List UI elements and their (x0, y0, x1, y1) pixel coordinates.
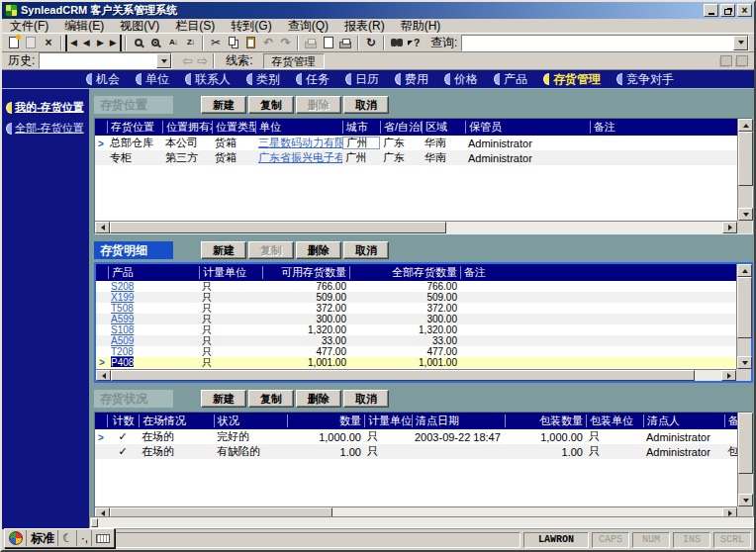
details-cancel-button[interactable]: 取消 (343, 241, 389, 259)
column-header[interactable]: 备注 (460, 266, 736, 279)
table-row[interactable]: A599 只 300.00 300.00 (96, 314, 751, 324)
locations-copy-button[interactable]: 复制 (248, 96, 294, 114)
scroll-right-button[interactable] (722, 222, 737, 233)
menu-report[interactable]: 报表(R) (336, 19, 393, 34)
menu-view[interactable]: 视图(V) (112, 19, 167, 34)
tab-calendar[interactable]: 日历 (345, 71, 379, 88)
forward-button[interactable]: ⇨ (197, 53, 208, 68)
scroll-left-button[interactable] (96, 370, 111, 381)
tab-competitor[interactable]: 竞争对手 (616, 71, 674, 88)
paste-button[interactable] (242, 35, 260, 51)
column-header[interactable]: 产品 (108, 266, 199, 279)
column-header[interactable]: 包装数量 (505, 414, 586, 427)
menu-query[interactable]: 查询(Q) (280, 19, 336, 34)
sort-desc-button[interactable]: Z↓ (182, 35, 200, 51)
table-row[interactable]: T208 只 477.00 477.00 (96, 346, 751, 357)
tab-opportunity[interactable]: 机会 (86, 71, 120, 88)
horizontal-scrollbar[interactable] (96, 369, 736, 381)
company-link[interactable]: 三星数码动力有限公司 (255, 136, 342, 150)
scroll-thumb[interactable] (91, 518, 98, 527)
sidebar-item-my-locations[interactable]: 我的-存货位置 (2, 97, 89, 118)
redo-button[interactable]: ↷ (277, 35, 295, 51)
help-button[interactable]: ? (405, 35, 423, 51)
product-link[interactable]: T208 (108, 346, 199, 357)
scroll-thumb[interactable] (111, 370, 695, 381)
product-link[interactable]: S108 (108, 324, 199, 335)
locations-new-button[interactable]: 新建 (201, 96, 246, 114)
column-header[interactable]: 计量单位 (199, 266, 262, 279)
export-button[interactable] (320, 35, 337, 51)
scroll-left-button[interactable] (95, 222, 110, 233)
tab-expense[interactable]: 费用 (395, 71, 428, 88)
scroll-down-button[interactable] (738, 494, 753, 506)
column-header[interactable]: 数量 (287, 414, 364, 427)
locations-cancel-button[interactable]: 取消 (343, 96, 389, 114)
table-row[interactable]: T508 只 372.00 372.00 (96, 303, 751, 314)
product-link[interactable]: P408 (111, 357, 134, 368)
focused-cell[interactable]: 广州 (342, 137, 380, 149)
column-header[interactable]: 包装单位 (586, 414, 643, 427)
ime-logo-button[interactable] (6, 530, 27, 546)
table-row[interactable]: S208 只 766.00 766.00 (96, 281, 751, 292)
column-header[interactable]: 备注 (724, 414, 737, 427)
column-header[interactable]: 存货位置 (107, 121, 162, 134)
horizontal-scrollbar[interactable] (95, 221, 737, 233)
scroll-up-button[interactable] (737, 264, 752, 277)
vertical-scrollbar[interactable] (737, 413, 752, 506)
menu-file[interactable]: 文件(F) (2, 19, 56, 34)
column-header[interactable]: 位置拥有权 (162, 121, 212, 134)
menu-columns[interactable]: 栏目(S) (167, 19, 223, 34)
menu-goto[interactable]: 转到(G) (223, 19, 279, 34)
search-button[interactable] (130, 35, 147, 51)
details-delete-button[interactable]: 删除 (296, 241, 341, 259)
edit-record-button[interactable] (23, 35, 41, 51)
column-header[interactable]: 在场情况 (139, 414, 214, 427)
minimize-button[interactable] (704, 4, 718, 17)
tab-category[interactable]: 类别 (246, 71, 280, 88)
scroll-thumb[interactable] (737, 277, 752, 338)
column-header[interactable]: 全部存货数量 (349, 266, 460, 279)
status-copy-button[interactable]: 复制 (248, 390, 294, 408)
vertical-scrollbar[interactable] (736, 264, 751, 369)
table-row[interactable]: 专柜 第三方 货箱 广东省振兴电子有限公司 广州 广东 华南 Administr… (95, 150, 752, 165)
column-header[interactable]: 单位 (255, 121, 342, 134)
company-link[interactable]: 广东省振兴电子有限公司 (255, 150, 342, 165)
copy-button[interactable] (225, 35, 242, 51)
tab-price[interactable]: 价格 (444, 71, 478, 88)
status-delete-button[interactable]: 删除 (296, 390, 341, 408)
tab-task[interactable]: 任务 (296, 71, 330, 88)
history-input[interactable] (40, 53, 156, 68)
status-cancel-button[interactable]: 取消 (343, 390, 389, 408)
scroll-down-button[interactable] (737, 356, 752, 369)
refresh-button[interactable]: ↻ (362, 35, 380, 51)
menu-edit[interactable]: 编辑(E) (56, 19, 112, 34)
sidebar-item-all-locations[interactable]: 全部-存货位置 (2, 118, 89, 138)
print-preview-button[interactable] (337, 35, 355, 51)
tab-company[interactable]: 单位 (136, 71, 169, 88)
details-new-button[interactable]: 新建 (201, 241, 246, 259)
back-button[interactable]: ⇦ (182, 53, 193, 68)
status-new-button[interactable]: 新建 (201, 390, 246, 408)
prev-record-button[interactable]: ◀ (79, 35, 93, 51)
table-row[interactable]: ✓ 在场的 完好的 1,000.00 只 2003-09-22 18:47 1,… (95, 429, 752, 444)
menu-help[interactable]: 帮助(H) (393, 19, 449, 34)
table-row[interactable]: 总部仓库 本公司 货箱 三星数码动力有限公司 广州 广东 华南 Administ… (95, 136, 752, 150)
details-copy-button[interactable]: 复制 (248, 241, 294, 259)
cut-button[interactable]: ✂ (207, 35, 225, 51)
report-book-icon[interactable] (720, 55, 732, 66)
column-header[interactable]: 省/自治区 (380, 121, 422, 134)
scroll-thumb[interactable] (110, 222, 446, 233)
ime-mode-button[interactable]: 标准 (28, 530, 58, 546)
column-header[interactable]: 清点日期 (412, 414, 505, 427)
delete-record-button[interactable]: × (40, 35, 57, 51)
query-input[interactable] (462, 36, 733, 50)
tab-contact[interactable]: 联系人 (185, 71, 231, 88)
product-link[interactable]: A509 (108, 335, 199, 346)
column-header[interactable]: 状况 (214, 414, 287, 427)
sheet-horizontal-scrollbar[interactable] (89, 516, 754, 528)
scroll-right-button[interactable] (721, 370, 736, 381)
next-record-button[interactable]: ▶ (93, 35, 107, 51)
product-link[interactable]: X199 (108, 292, 199, 303)
column-header[interactable]: 备注 (590, 121, 737, 134)
column-header[interactable]: 位置类型 (212, 121, 255, 134)
